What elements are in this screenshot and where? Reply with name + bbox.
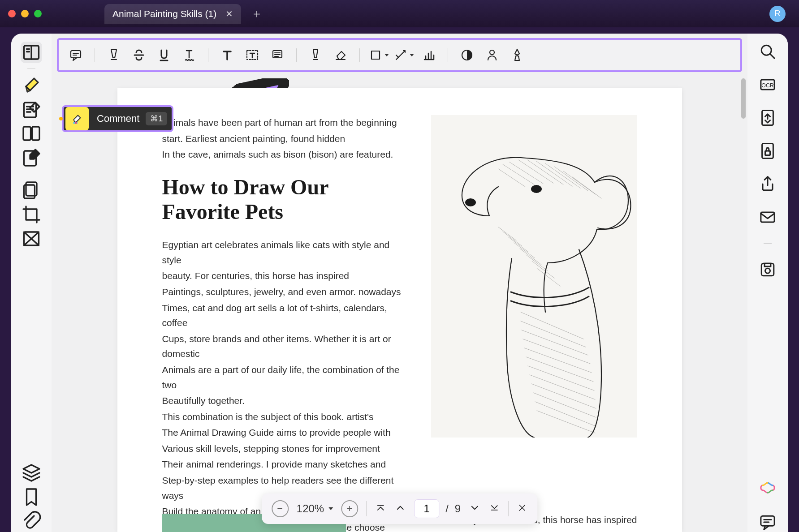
text-tool[interactable] (216, 44, 238, 66)
bookmark-button[interactable] (21, 486, 42, 508)
chevron-down-icon (328, 507, 333, 510)
protect-button[interactable] (758, 141, 777, 161)
active-dot-icon (59, 117, 63, 120)
svg-rect-11 (371, 51, 380, 59)
eraser-tool[interactable] (330, 44, 351, 66)
tab-title: Animal Painting Skills (1) (112, 9, 216, 19)
ink-tool[interactable] (506, 44, 528, 66)
note-tool[interactable] (65, 44, 86, 66)
layers-button[interactable] (21, 462, 42, 484)
svg-rect-2 (23, 127, 31, 140)
redact-button[interactable] (21, 228, 42, 249)
chart-tool[interactable] (418, 44, 440, 66)
tooltip-label: Comment (91, 113, 146, 124)
svg-point-18 (531, 185, 542, 193)
annotate-button[interactable] (21, 74, 42, 96)
zoom-dropdown[interactable]: 120% (297, 502, 333, 515)
zoom-in-button[interactable]: + (341, 500, 358, 517)
document-text: Animals have been part of human art from… (162, 115, 409, 532)
close-window-button[interactable] (8, 10, 16, 17)
dog-sketch-image (431, 115, 637, 438)
left-sidebar (11, 34, 52, 532)
app-shell: Comment ⌘1 Animals have been part of hum… (11, 34, 788, 532)
pdf-page: Animals have been part of human art from… (117, 88, 682, 532)
minimize-window-button[interactable] (21, 10, 29, 17)
form-button[interactable] (21, 147, 42, 168)
pen-tool[interactable] (305, 44, 326, 66)
maximize-window-button[interactable] (34, 10, 42, 17)
document-viewport[interactable]: Animals have been part of human art from… (52, 75, 747, 532)
highlighter-icon (65, 107, 89, 130)
window-traffic-lights (8, 10, 42, 17)
scrollbar-thumb[interactable] (741, 78, 746, 119)
document-heading: How to Draw Our Favorite Pets (162, 175, 409, 224)
edit-text-button[interactable] (21, 99, 42, 120)
search-button[interactable] (758, 42, 777, 61)
comment-tooltip: Comment ⌘1 (62, 105, 173, 132)
convert-button[interactable] (758, 108, 777, 128)
annotation-toolbar (57, 38, 742, 72)
svg-rect-15 (75, 122, 77, 124)
svg-rect-8 (71, 51, 81, 58)
page-indicator: / 9 (414, 499, 461, 518)
svg-rect-29 (761, 516, 774, 526)
squiggly-tool[interactable] (178, 44, 200, 66)
comments-panel-button[interactable] (758, 512, 777, 532)
new-tab-button[interactable]: ＋ (251, 6, 263, 21)
line-tool[interactable] (393, 44, 415, 66)
attachment-button[interactable] (21, 511, 42, 532)
signature-tool[interactable] (481, 44, 503, 66)
svg-point-27 (765, 268, 770, 273)
compare-button[interactable] (21, 123, 42, 144)
titlebar: Animal Painting Skills (1) ✕ ＋ R (0, 0, 799, 27)
stamp-tool[interactable] (456, 44, 478, 66)
svg-point-17 (465, 198, 476, 206)
close-tab-button[interactable]: ✕ (225, 9, 233, 19)
next-page-button[interactable] (469, 502, 480, 515)
crop-button[interactable] (21, 204, 42, 225)
svg-rect-3 (32, 127, 40, 140)
prev-page-button[interactable] (394, 502, 406, 515)
pages-button[interactable] (21, 180, 42, 201)
mail-button[interactable] (758, 207, 777, 227)
document-tab[interactable]: Animal Painting Skills (1) ✕ (104, 4, 241, 24)
zoom-out-button[interactable]: − (272, 500, 289, 517)
chevron-down-icon (384, 54, 389, 56)
shape-tool[interactable] (368, 44, 389, 66)
underline-tool[interactable] (153, 44, 175, 66)
textbox-tool[interactable] (242, 44, 263, 66)
page-total: 9 (455, 502, 461, 515)
page-control-bar: − 120% + / 9 (262, 493, 537, 524)
first-page-button[interactable] (375, 502, 386, 515)
share-button[interactable] (758, 174, 777, 194)
svg-rect-28 (764, 263, 771, 266)
last-page-button[interactable] (488, 502, 500, 515)
ocr-button[interactable]: OCR (758, 75, 777, 94)
svg-rect-24 (765, 151, 770, 155)
svg-rect-25 (761, 212, 774, 222)
close-bar-button[interactable] (517, 502, 527, 515)
strikethrough-tool[interactable] (128, 44, 150, 66)
svg-text:OCR: OCR (761, 82, 774, 89)
svg-rect-16 (431, 115, 637, 438)
save-button[interactable] (758, 260, 777, 279)
right-sidebar: OCR (747, 34, 788, 532)
user-avatar[interactable]: R (769, 6, 786, 22)
reader-mode-button[interactable] (21, 42, 42, 63)
page-input[interactable] (414, 499, 439, 518)
highlight-tool[interactable] (103, 44, 125, 66)
document-area: Comment ⌘1 Animals have been part of hum… (52, 34, 747, 532)
tooltip-shortcut: ⌘1 (146, 112, 167, 125)
svg-point-13 (490, 50, 494, 55)
ai-button[interactable] (758, 479, 777, 499)
callout-tool[interactable] (267, 44, 288, 66)
chevron-down-icon (410, 54, 414, 56)
